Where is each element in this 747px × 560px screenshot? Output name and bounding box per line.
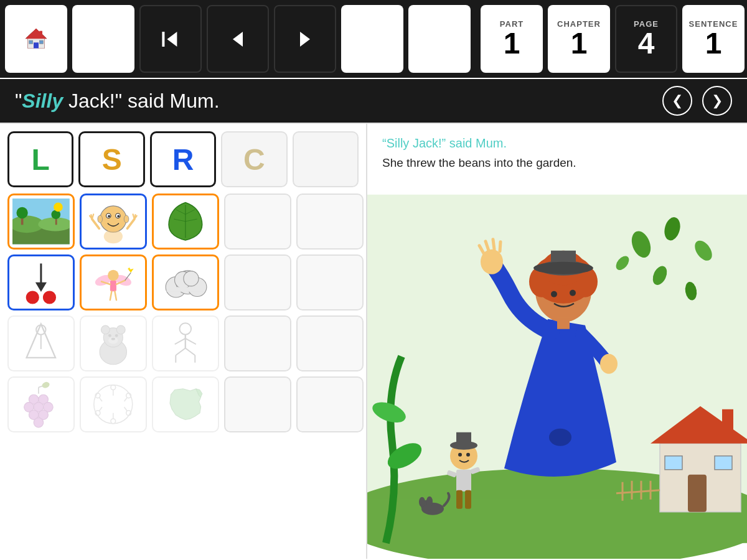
- svg-point-51: [108, 270, 119, 281]
- svg-rect-5: [34, 42, 39, 48]
- svg-rect-150: [456, 432, 471, 447]
- leaf-icon: [157, 198, 214, 245]
- svg-rect-9: [39, 40, 43, 44]
- grapes-icon: [12, 380, 70, 428]
- symbol-bear[interactable]: [80, 315, 147, 371]
- bear-icon: [84, 319, 143, 367]
- svg-rect-152: [456, 490, 463, 508]
- symbol-empty-2-4: [224, 254, 291, 310]
- svg-marker-6: [26, 28, 47, 39]
- letter-cell-R[interactable]: R: [150, 131, 216, 187]
- svg-point-96: [111, 385, 116, 390]
- svg-line-99: [125, 398, 128, 401]
- symbol-empty-3-4: [224, 315, 291, 371]
- svg-point-136: [600, 353, 618, 373]
- svg-marker-45: [35, 282, 47, 292]
- svg-rect-50: [110, 281, 116, 292]
- svg-point-27: [117, 215, 120, 218]
- symbol-grid: ✦: [7, 194, 359, 432]
- cloud-bush-icon: [157, 259, 214, 306]
- svg-line-37: [133, 215, 134, 220]
- svg-marker-13: [300, 32, 310, 47]
- symbol-fairy[interactable]: ✦: [80, 254, 147, 310]
- symbol-leaf[interactable]: [152, 194, 219, 250]
- symbol-australia[interactable]: [152, 376, 219, 432]
- blank-button-2[interactable]: [341, 5, 403, 73]
- svg-line-80: [176, 348, 186, 356]
- svg-point-161: [426, 496, 433, 506]
- symbol-empty-2-5: [296, 254, 364, 310]
- grid-panel: L S R C: [0, 123, 367, 559]
- sentence-prev-button[interactable]: ❮: [662, 86, 692, 116]
- symbol-triangle-person[interactable]: [7, 315, 75, 371]
- fairy-icon: ✦: [85, 259, 142, 306]
- svg-point-146: [570, 289, 576, 296]
- sentence-next-button[interactable]: ❯: [702, 86, 732, 116]
- svg-rect-116: [722, 409, 733, 431]
- svg-point-73: [108, 334, 111, 337]
- symbol-person-seated[interactable]: [152, 315, 219, 371]
- back-start-icon: [158, 27, 183, 52]
- story-body: She threw the beans into the garden.: [382, 154, 732, 172]
- svg-point-74: [115, 334, 118, 337]
- triangle-person-icon: [12, 319, 70, 367]
- letter-row: L S R C: [7, 131, 359, 187]
- blank-button-3[interactable]: [408, 5, 471, 73]
- next-button[interactable]: [274, 5, 336, 73]
- svg-line-107: [100, 398, 103, 401]
- main-content: L S R C: [0, 123, 747, 559]
- svg-point-157: [466, 452, 470, 456]
- svg-line-135: [500, 241, 500, 251]
- svg-rect-153: [465, 490, 471, 508]
- symbol-throw-beans[interactable]: [7, 254, 75, 310]
- letter-cell-C[interactable]: C: [221, 131, 287, 187]
- svg-rect-8: [29, 40, 33, 44]
- story-illustration: [367, 179, 747, 559]
- silly-face-icon: [85, 198, 142, 245]
- svg-point-22: [54, 203, 63, 212]
- svg-marker-11: [167, 32, 177, 47]
- svg-line-57: [110, 291, 112, 300]
- svg-point-63: [184, 271, 199, 286]
- symbol-silly-face[interactable]: [80, 194, 147, 250]
- svg-rect-147: [557, 317, 570, 329]
- sentence-highlight: Silly: [22, 90, 63, 112]
- home-button[interactable]: [5, 5, 67, 73]
- blank-button-1[interactable]: [72, 5, 134, 73]
- sentence-nav: ❮ ❯: [662, 86, 732, 116]
- landscape-icon: [12, 198, 70, 245]
- letter-cell-L[interactable]: L: [7, 131, 73, 187]
- svg-rect-7: [39, 30, 42, 35]
- symbol-people-circle[interactable]: [80, 376, 147, 432]
- svg-point-130: [549, 428, 571, 446]
- back-to-start-button[interactable]: [139, 5, 202, 73]
- svg-point-76: [180, 323, 192, 335]
- letter-cell-S[interactable]: S: [78, 131, 144, 187]
- symbol-landscape[interactable]: [7, 194, 75, 250]
- svg-point-102: [111, 419, 116, 424]
- symbol-cloud-bush[interactable]: [152, 254, 219, 310]
- prev-button[interactable]: [207, 5, 269, 73]
- svg-point-38: [104, 230, 123, 244]
- svg-text:✦: ✦: [127, 266, 131, 272]
- svg-point-75: [111, 338, 115, 340]
- next-icon: [293, 27, 317, 52]
- chapter-value: 1: [571, 29, 588, 58]
- svg-point-156: [458, 452, 462, 456]
- sentence-bar: "Silly Jack!" said Mum. ❮ ❯: [0, 79, 747, 123]
- symbol-grapes[interactable]: [7, 376, 75, 432]
- svg-point-71: [116, 325, 125, 334]
- svg-rect-113: [688, 474, 707, 511]
- right-panel: “Silly Jack!” said Mum. She threw the be…: [367, 123, 747, 559]
- page-value: 4: [638, 29, 655, 58]
- svg-line-79: [186, 338, 196, 344]
- svg-point-47: [43, 291, 56, 304]
- svg-point-91: [34, 418, 43, 427]
- svg-point-144: [533, 261, 593, 274]
- svg-line-134: [493, 239, 494, 249]
- svg-line-78: [175, 338, 186, 344]
- chapter-counter: CHAPTER 1: [548, 5, 610, 73]
- svg-marker-12: [233, 32, 243, 47]
- home-icon: [24, 27, 49, 52]
- symbol-empty-3-5: [296, 315, 364, 371]
